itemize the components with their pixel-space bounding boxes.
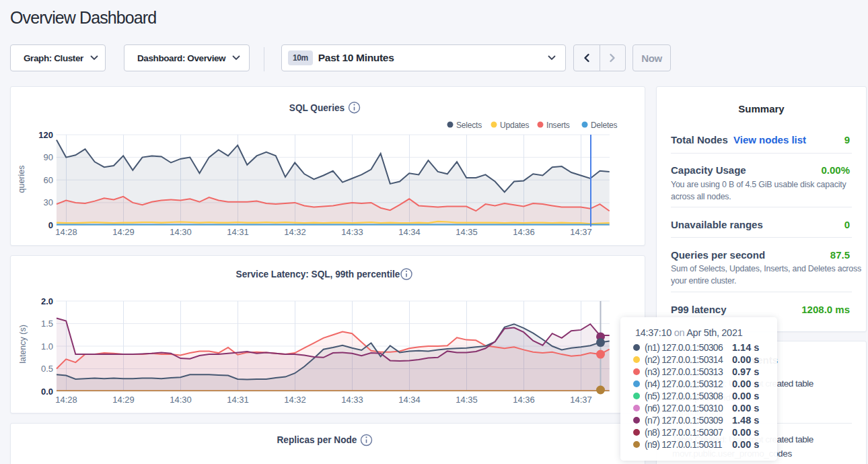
svg-text:14:33: 14:33 — [341, 227, 363, 237]
svg-text:1.0: 1.0 — [41, 341, 53, 352]
svg-text:14:35: 14:35 — [456, 227, 478, 237]
svg-text:14:28: 14:28 — [55, 227, 77, 237]
svg-text:14:34: 14:34 — [398, 395, 421, 405]
svg-text:14:37: 14:37 — [570, 395, 592, 405]
svg-text:14:32: 14:32 — [284, 227, 306, 237]
svg-text:14:36: 14:36 — [513, 227, 535, 237]
svg-text:14:34: 14:34 — [398, 227, 421, 237]
svg-text:14:33: 14:33 — [341, 395, 363, 405]
svg-text:Deletes: Deletes — [591, 121, 617, 130]
svg-text:14:36: 14:36 — [513, 395, 535, 405]
svg-text:14:35: 14:35 — [456, 395, 478, 405]
svg-text:Inserts: Inserts — [546, 121, 570, 130]
svg-text:14:31: 14:31 — [227, 395, 249, 405]
svg-text:Updates: Updates — [500, 121, 529, 130]
svg-text:30: 30 — [44, 197, 53, 207]
svg-text:14:29: 14:29 — [112, 227, 135, 237]
svg-text:0.5: 0.5 — [41, 364, 53, 374]
svg-text:14:37: 14:37 — [570, 227, 592, 237]
svg-text:SQL Queries: SQL Queries — [289, 102, 345, 114]
svg-text:Replicas per Node: Replicas per Node — [277, 434, 357, 446]
svg-text:90: 90 — [44, 152, 53, 162]
svg-text:latency (s): latency (s) — [18, 325, 28, 364]
svg-text:14:32: 14:32 — [284, 395, 306, 405]
svg-text:14:30: 14:30 — [170, 227, 192, 237]
svg-text:14:31: 14:31 — [227, 227, 249, 237]
svg-text:14:28: 14:28 — [55, 395, 77, 405]
svg-text:2.0: 2.0 — [41, 296, 53, 306]
svg-text:14:29: 14:29 — [112, 395, 135, 405]
svg-text:0.0: 0.0 — [41, 387, 53, 397]
svg-text:1.5: 1.5 — [41, 319, 53, 329]
svg-text:Selects: Selects — [456, 121, 482, 130]
svg-text:120: 120 — [38, 130, 53, 140]
svg-text:0: 0 — [48, 220, 53, 230]
svg-text:60: 60 — [44, 175, 53, 185]
svg-text:Service Latency: SQL, 99th per: Service Latency: SQL, 99th percentile — [236, 268, 400, 279]
svg-text:14:30: 14:30 — [170, 395, 192, 405]
svg-text:queries: queries — [17, 166, 26, 193]
